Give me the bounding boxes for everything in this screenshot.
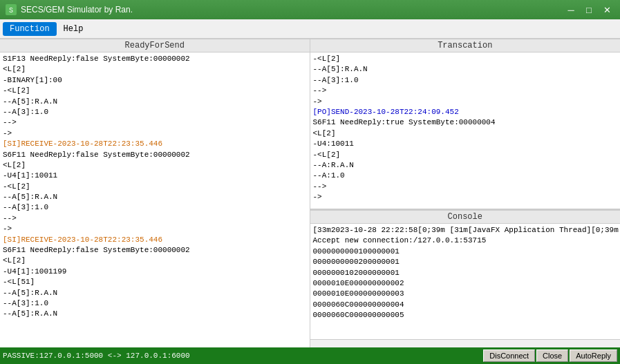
list-item: [SI]RECEIVE-2023-10-28T22:23:35.446 xyxy=(3,139,307,149)
list-item: 0000060C000000000004 xyxy=(313,300,618,310)
window-controls: ─ □ ✕ xyxy=(563,3,614,16)
list-item: [33m2023-10-28 22:22:58[0;39m [31m[JavaF… xyxy=(313,225,618,236)
list-item: --A[5]:R.A.N xyxy=(3,288,307,298)
list-item: -<L[2] xyxy=(3,86,307,96)
ready-for-send-header: ReadyForSend xyxy=(0,39,310,52)
list-item: --> xyxy=(313,86,618,96)
list-item: --A[5]:R.A.N xyxy=(313,64,618,75)
list-item: -<L[2] xyxy=(3,182,307,192)
left-panel: ReadyForSend S1F13 NeedReply:false Syste… xyxy=(0,39,310,347)
console-panel: Console [33m2023-10-28 22:22:58[0;39m [3… xyxy=(310,209,621,347)
list-item: <L[2] xyxy=(3,64,307,75)
list-item: --A[3]:1.0 xyxy=(3,202,307,213)
svg-text:S: S xyxy=(9,7,13,15)
ready-for-send-content[interactable]: S1F13 NeedReply:false SystemByte:0000000… xyxy=(0,52,310,347)
transaction-panel: Transcation -<L[2]--A[5]:R.A.N--A[3]:1.0… xyxy=(310,39,621,209)
list-item: --A[3]:1.0 xyxy=(3,107,307,117)
list-item: <L[2] xyxy=(313,128,618,139)
list-item: --A[3]:1.0 xyxy=(3,298,307,309)
status-bar: PASSIVE:127.0.0.1:5000 <-> 127.0.0.1:600… xyxy=(0,347,620,364)
console-header: Console xyxy=(310,210,621,224)
list-item: -<L[2] xyxy=(313,54,618,64)
list-item: -U4:10011 xyxy=(313,139,618,149)
list-item: --> xyxy=(3,117,307,128)
list-item: 0000010E000000000003 xyxy=(313,289,618,299)
minimize-button[interactable]: ─ xyxy=(563,3,579,16)
list-item: Accept new connection:/127.0.0.1:53715 xyxy=(313,236,618,246)
list-item: -U4[1]:1001199 xyxy=(3,267,307,277)
app-icon: S xyxy=(6,4,17,15)
list-item: --A:1.0 xyxy=(313,171,618,181)
list-item: -> xyxy=(313,192,618,202)
menu-function[interactable]: Function xyxy=(3,22,57,36)
list-item: --A[3]:1.0 xyxy=(313,75,618,86)
list-item: S6F11 NeedReply:false SystemByte:0000000… xyxy=(3,245,307,256)
disconnect-button[interactable]: DisConnect xyxy=(483,349,535,362)
list-item: -<L[51] xyxy=(3,277,307,287)
close-button[interactable]: ✕ xyxy=(599,3,614,16)
status-text: PASSIVE:127.0.0.1:5000 <-> 127.0.0.1:600… xyxy=(3,352,190,360)
close-button-status[interactable]: Close xyxy=(536,349,568,362)
list-item: -<L[2] xyxy=(313,150,618,160)
title-bar: S SECS/GEM Simulator by Ran. ─ □ ✕ xyxy=(0,0,620,19)
autoreply-button[interactable]: AutoReply xyxy=(570,349,617,362)
list-item: --> xyxy=(313,182,618,192)
list-item: --A:R.A.N xyxy=(313,160,618,171)
status-buttons: DisConnect Close AutoReply xyxy=(483,349,617,362)
list-item: <L[2] xyxy=(3,256,307,266)
list-item: -U4[1]:10011 xyxy=(3,171,307,181)
list-item: 0000060C000000000005 xyxy=(313,310,618,320)
title-text: SECS/GEM Simulator by Ran. xyxy=(21,5,133,15)
list-item: -> xyxy=(313,97,618,107)
right-side: Transcation -<L[2]--A[5]:R.A.N--A[3]:1.0… xyxy=(310,39,621,347)
list-item: 0000000000200000001 xyxy=(313,257,618,267)
list-item: S1F13 NeedReply:false SystemByte:0000000… xyxy=(3,54,307,64)
list-item: --A[5]:R.A.N xyxy=(3,192,307,202)
menu-bar: Function Help xyxy=(0,19,620,39)
list-item: --A[5]:R.A.N xyxy=(3,97,307,107)
menu-help[interactable]: Help xyxy=(57,22,91,36)
list-item: 0000000102000000001 xyxy=(313,268,618,278)
list-item: S6F11 NeedReply:true SystemByte:00000004 xyxy=(313,117,618,128)
transaction-header: Transcation xyxy=(310,39,621,52)
list-item: --A[5]:R.A.N xyxy=(3,309,307,319)
list-item: --> xyxy=(3,213,307,224)
list-item: S6F11 NeedReply:false SystemByte:0000000… xyxy=(3,150,307,160)
list-item: <L[2] xyxy=(3,160,307,171)
list-item: [PO]SEND-2023-10-28T22:24:09.452 xyxy=(313,107,618,117)
maximize-button[interactable]: □ xyxy=(581,3,596,16)
list-item: -> xyxy=(3,128,307,139)
list-item: -BINARY[1]:00 xyxy=(3,75,307,86)
transaction-content[interactable]: -<L[2]--A[5]:R.A.N--A[3]:1.0-->->[PO]SEN… xyxy=(310,52,621,209)
list-item: 0000010E000000000002 xyxy=(313,278,618,289)
list-item: -> xyxy=(3,224,307,234)
console-content[interactable]: [33m2023-10-28 22:22:58[0;39m [31m[JavaF… xyxy=(310,224,621,339)
list-item: 0000000000100000001 xyxy=(313,247,618,257)
list-item: [SI]RECEIVE-2023-10-28T22:23:35.446 xyxy=(3,235,307,245)
